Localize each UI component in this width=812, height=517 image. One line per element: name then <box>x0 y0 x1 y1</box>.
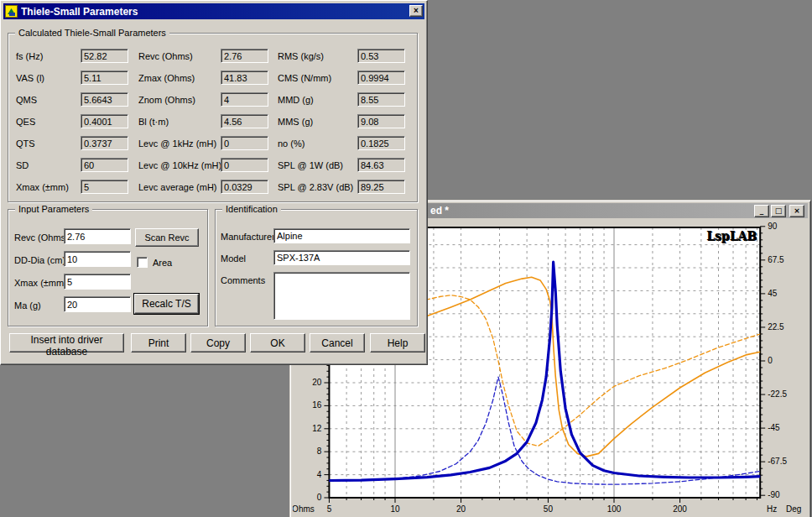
model-field[interactable] <box>273 250 410 265</box>
ohms-axis-caption: Ohms <box>293 504 315 514</box>
thiele-small-dialog: Thiele-Small Parameters × Calculated Thi… <box>0 0 428 365</box>
calc-param-label: Xmax (±mm) <box>16 181 78 193</box>
calc-param-label: SD <box>16 159 78 171</box>
calc-param-label: Levc average (mH) <box>138 181 219 193</box>
bottom-axis-label: 50 <box>544 504 554 514</box>
recalc-ts-button[interactable]: Recalc T/S <box>134 294 199 314</box>
help-button[interactable]: Help <box>370 333 425 352</box>
calc-param-field <box>357 49 405 63</box>
calc-param-label: VAS (l) <box>16 72 78 84</box>
right-axis-label: -45 <box>768 423 780 432</box>
input-param-label: Revc (Ohms) <box>14 232 69 243</box>
input-param-field[interactable] <box>64 228 131 244</box>
close-icon[interactable]: × <box>789 205 804 217</box>
calc-param-label: QES <box>16 116 78 128</box>
manufacturer-field[interactable] <box>273 228 410 243</box>
calc-param-label: SPL @ 2.83V (dB) <box>278 181 356 193</box>
calc-param-label: MMD (g) <box>278 94 356 106</box>
area-checkbox-label[interactable]: Area <box>153 257 172 269</box>
bottom-axis-label: 200 <box>673 504 687 514</box>
right-axis-label: 0 <box>768 356 773 365</box>
hz-axis-caption: Hz <box>767 504 777 514</box>
manufacturer-label: Manufacturer <box>221 231 275 243</box>
calc-param-field <box>221 136 268 150</box>
maximize-icon[interactable]: □ <box>771 205 786 217</box>
calc-param-label: fs (Hz) <box>16 50 78 62</box>
right-axis-label: 22.5 <box>768 322 784 332</box>
calc-param-field <box>221 70 268 85</box>
left-axis-label: 20 <box>312 378 322 387</box>
left-axis-label: 0 <box>317 493 322 502</box>
calc-param-field <box>357 136 405 150</box>
calc-param-label: CMS (N/mm) <box>278 72 356 84</box>
right-axis-label: -22.5 <box>768 389 787 399</box>
calc-param-field <box>81 180 128 194</box>
left-axis-label: 12 <box>312 424 322 433</box>
calc-param-label: Zmax (Ohms) <box>138 72 219 84</box>
calc-param-field <box>357 70 405 85</box>
dialog-title: Thiele-Small Parameters <box>21 6 423 18</box>
area-checkbox[interactable] <box>137 257 148 268</box>
right-axis-label: 45 <box>768 289 778 298</box>
left-axis-label: 8 <box>317 446 322 456</box>
comments-field[interactable] <box>273 272 410 320</box>
left-axis-label: 4 <box>317 470 322 479</box>
scan-revc-button[interactable]: Scan Revc <box>135 228 199 247</box>
close-icon[interactable]: × <box>409 5 423 17</box>
right-axis-label: 90 <box>768 222 778 231</box>
comments-label: Comments <box>221 274 265 286</box>
calculated-group-legend: Calculated Thiele-Small Parameters <box>15 27 169 39</box>
calc-param-field <box>357 92 405 107</box>
input-param-field[interactable] <box>64 274 131 290</box>
calc-param-label: no (%) <box>278 138 356 149</box>
calc-param-label: Levc @ 10kHz (mH) <box>138 159 219 171</box>
print-button[interactable]: Print <box>131 333 186 352</box>
calc-param-label: Revc (Ohms) <box>138 50 219 62</box>
copy-button[interactable]: Copy <box>190 333 246 352</box>
calc-param-field <box>357 158 405 172</box>
model-label: Model <box>221 253 246 264</box>
bottom-axis-label: 20 <box>456 504 466 514</box>
minimize-icon[interactable]: _ <box>754 205 769 217</box>
chart-window-title: ed * <box>430 205 449 217</box>
cancel-button[interactable]: Cancel <box>310 333 365 352</box>
calc-param-field <box>221 180 268 194</box>
input-param-label: Xmax (±mm) <box>14 277 67 289</box>
calc-param-label: SPL @ 1W (dB) <box>278 159 356 171</box>
calc-param-field <box>81 92 128 107</box>
calc-param-label: QTS <box>16 138 78 149</box>
right-axis-label: -90 <box>768 490 780 499</box>
calc-param-label: Levc @ 1kHz (mH) <box>138 138 219 149</box>
bottom-axis-label: 100 <box>607 504 622 514</box>
calc-param-label: QMS <box>16 94 78 106</box>
input-param-field[interactable] <box>64 251 131 267</box>
app-icon <box>5 5 18 18</box>
calc-param-field <box>221 158 268 172</box>
input-param-label: DD-Dia (cm) <box>14 254 65 266</box>
identification-group-legend: Identification <box>222 203 281 215</box>
deg-axis-caption: Deg <box>786 504 801 514</box>
calc-param-field <box>357 180 405 194</box>
ok-button[interactable]: OK <box>250 333 305 352</box>
lsplab-logo: LspLAB <box>706 229 757 243</box>
calc-param-field <box>81 136 128 150</box>
calc-param-field <box>357 114 405 128</box>
input-param-label: Ma (g) <box>14 300 41 311</box>
input-param-field[interactable] <box>64 296 131 312</box>
calc-param-field <box>81 70 128 85</box>
dialog-titlebar[interactable]: Thiele-Small Parameters × <box>3 3 424 19</box>
input-group-legend: Input Parameters <box>15 203 92 215</box>
calc-param-field <box>81 49 128 63</box>
left-axis-label: 16 <box>312 400 322 410</box>
calc-param-label: RMS (kg/s) <box>278 50 356 62</box>
bottom-axis-label: 10 <box>390 504 400 514</box>
insert-into-driver-database-button[interactable]: Insert into driver database <box>9 333 124 352</box>
calc-param-label: Bl (t·m) <box>138 116 219 128</box>
right-axis-label: -67.5 <box>768 457 787 466</box>
calc-param-label: Znom (Ohms) <box>138 94 219 106</box>
calc-param-field <box>81 158 128 172</box>
calc-param-field <box>221 114 268 128</box>
calc-param-field <box>221 49 268 63</box>
desktop: { "desktop": { "bg": "#808080" }, "dialo… <box>0 0 812 517</box>
calc-param-label: MMS (g) <box>278 116 356 128</box>
